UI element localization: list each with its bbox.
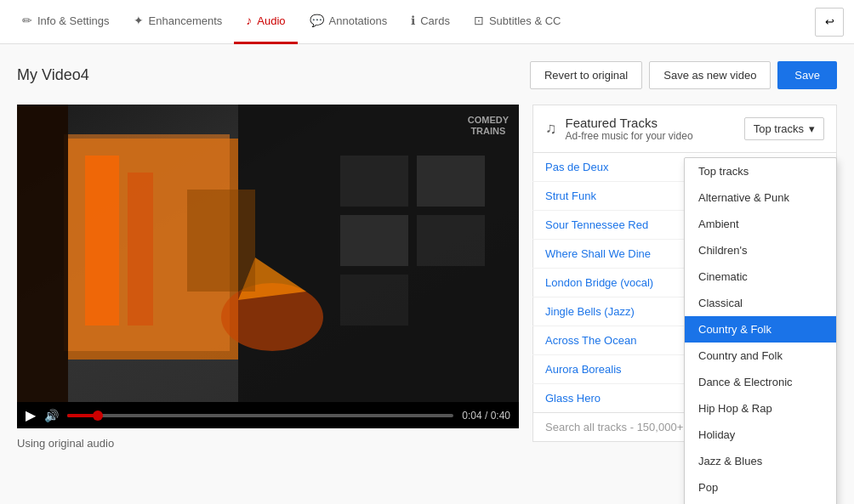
search-placeholder: Search all tracks - 150,000+ total [545, 421, 707, 433]
tab-annotations[interactable]: 💬 Annotations [298, 0, 400, 44]
back-icon: ↩ [825, 15, 834, 28]
chevron-down-icon: ▾ [809, 122, 815, 135]
featured-subtitle: Ad-free music for your video [566, 130, 693, 142]
track-name[interactable]: Strut Funk [533, 182, 680, 211]
genre-dropdown-menu: Top tracksAlternative & PunkAmbientChild… [684, 157, 837, 450]
top-navigation: ✏ Info & Settings ✦ Enhancements ♪ Audio… [0, 0, 854, 44]
page-title: My Video4 [17, 66, 89, 84]
dropdown-item[interactable]: Cinematic [685, 263, 836, 290]
svg-rect-11 [417, 156, 485, 207]
header-actions: Revert to original Save as new video Sav… [530, 61, 837, 89]
volume-button[interactable]: 🔊 [44, 409, 59, 422]
channel-logo: COMEDYTRAINS [468, 115, 509, 137]
save-button[interactable]: Save [777, 61, 837, 89]
pencil-icon: ✏ [22, 14, 32, 27]
dropdown-item[interactable]: Children's [685, 237, 836, 263]
svg-rect-12 [340, 215, 408, 266]
chat-icon: 💬 [310, 14, 324, 27]
track-name[interactable]: Pas de Deux [533, 153, 680, 182]
dropdown-item[interactable]: Hip Hop & Rap [685, 395, 836, 422]
dropdown-item[interactable]: Alternative & Punk [685, 184, 836, 211]
video-thumbnail [17, 105, 519, 402]
svg-rect-13 [417, 215, 485, 266]
genre-dropdown-button[interactable]: Top tracks ▾ [744, 117, 824, 140]
video-player[interactable]: COMEDYTRAINS [17, 105, 519, 402]
cc-icon: ⊡ [474, 14, 484, 27]
track-name[interactable]: London Bridge (vocal) [533, 269, 680, 297]
track-name[interactable]: Glass Hero [533, 384, 680, 413]
tab-enhancements[interactable]: ✦ Enhancements [122, 0, 235, 44]
track-name[interactable]: Jingle Bells (Jazz) [533, 297, 680, 326]
featured-title: Featured Tracks [566, 116, 693, 130]
dropdown-item[interactable]: Country and Folk [685, 343, 836, 369]
page-header: My Video4 Revert to original Save as new… [17, 61, 837, 89]
track-name[interactable]: Across The Ocean [533, 326, 680, 355]
tab-cards[interactable]: ℹ Cards [399, 0, 462, 44]
dropdown-item[interactable]: Dance & Electronic [685, 369, 836, 395]
sparkle-icon: ✦ [134, 14, 144, 27]
info-icon: ℹ [411, 14, 415, 27]
revert-button[interactable]: Revert to original [530, 61, 642, 89]
svg-rect-9 [187, 190, 255, 292]
tab-info-settings[interactable]: ✏ Info & Settings [10, 0, 122, 44]
music-icon: ♫ [545, 120, 557, 138]
dropdown-item[interactable]: Jazz & Blues [685, 448, 836, 450]
featured-info: Featured Tracks Ad-free music for your v… [566, 116, 693, 142]
dropdown-item[interactable]: Ambient [685, 211, 836, 237]
svg-rect-4 [128, 173, 153, 326]
featured-title-area: ♫ Featured Tracks Ad-free music for your… [545, 116, 693, 142]
dropdown-label: Top tracks [754, 122, 804, 135]
save-new-button[interactable]: Save as new video [649, 61, 771, 89]
track-name[interactable]: Sour Tennessee Red [533, 211, 680, 240]
svg-rect-3 [85, 156, 119, 326]
progress-thumb [93, 411, 103, 421]
tab-subtitles[interactable]: ⊡ Subtitles & CC [462, 0, 573, 44]
video-controls: ▶ 🔊 0:04 / 0:40 [17, 402, 519, 428]
dropdown-item[interactable]: Holiday [685, 422, 836, 448]
featured-header: ♫ Featured Tracks Ad-free music for your… [532, 105, 837, 152]
dropdown-item[interactable]: Classical [685, 290, 836, 316]
back-button[interactable]: ↩ [815, 8, 844, 37]
svg-rect-14 [340, 275, 408, 326]
audio-status: Using original audio [17, 437, 519, 450]
dropdown-item[interactable]: Country & Folk [685, 316, 836, 343]
track-name[interactable]: Aurora Borealis [533, 355, 680, 384]
track-name[interactable]: Where Shall We Dine [533, 240, 680, 269]
svg-rect-5 [17, 105, 68, 402]
tab-audio[interactable]: ♪ Audio [234, 0, 297, 44]
time-display: 0:04 / 0:40 [462, 410, 510, 422]
music-note-icon: ♪ [246, 14, 252, 27]
svg-rect-10 [340, 156, 408, 207]
dropdown-item[interactable]: Top tracks [685, 158, 836, 184]
progress-bar[interactable] [67, 414, 453, 417]
play-button[interactable]: ▶ [26, 407, 36, 423]
video-section: COMEDYTRAINS ▶ 🔊 0:04 / 0:40 Using origi… [17, 105, 519, 450]
